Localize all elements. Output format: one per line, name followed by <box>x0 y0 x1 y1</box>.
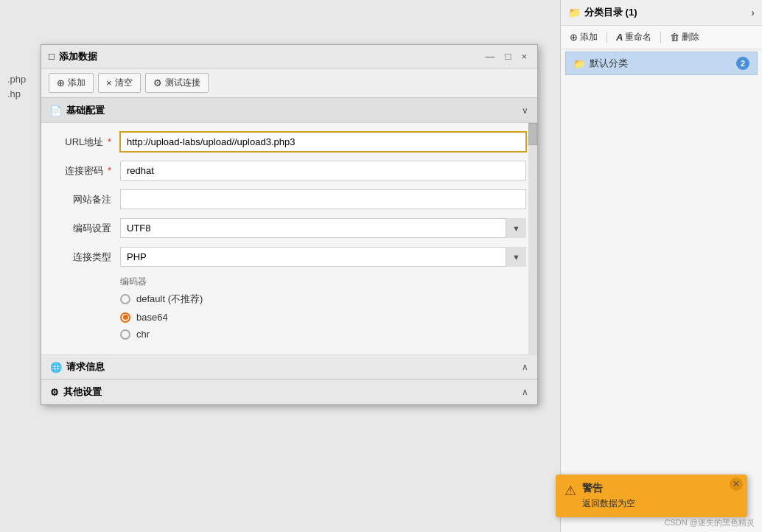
category-add-button[interactable]: ⊕ 添加 <box>567 29 601 45</box>
category-delete-label: 删除 <box>682 31 699 43</box>
request-info-chevron: ∧ <box>522 362 528 372</box>
warning-close-btn[interactable]: × <box>730 477 743 491</box>
category-rename-button[interactable]: A 重命名 <box>613 29 654 45</box>
bg-text-1: .php <box>7 74 26 85</box>
dialog-title-icon: □ <box>49 51 55 62</box>
category-name: 默认分类 <box>590 57 628 70</box>
right-panel: 📁 分类目录 (1) › ⊕ 添加 A 重命名 🗑 删除 📁 默认分类 2 <box>560 0 762 532</box>
password-row: 连接密码 * <box>52 161 526 181</box>
url-input[interactable] <box>120 132 526 152</box>
form-scroll-container: URL地址 * 连接密码 * <box>41 123 537 354</box>
warning-title: 警告 <box>582 482 635 495</box>
encoder-base64-label: base64 <box>136 312 168 323</box>
request-info-icon: 🌐 <box>50 362 62 373</box>
test-connection-btn[interactable]: ⚙ 测试连接 <box>145 73 209 93</box>
category-delete-icon: 🗑 <box>670 32 679 43</box>
password-input[interactable] <box>120 161 526 181</box>
right-panel-title-group: 📁 分类目录 (1) <box>568 6 637 19</box>
category-rename-icon: A <box>616 32 623 43</box>
dialog-title-left: □ 添加数据 <box>49 50 97 63</box>
basic-config-section-header[interactable]: 📄 基础配置 ∨ <box>41 98 537 123</box>
encoder-default-radio[interactable] <box>120 294 130 304</box>
encoder-base64-radio[interactable] <box>120 312 130 323</box>
encoder-section: 编码器 default (不推荐) base64 chr <box>120 276 526 340</box>
add-btn-icon: ⊕ <box>57 77 65 88</box>
warning-desc: 返回数据为空 <box>582 497 635 510</box>
url-row: URL地址 * <box>52 132 526 152</box>
dialog-toolbar: ⊕ 添加 × 清空 ⚙ 测试连接 <box>41 69 537 98</box>
other-settings-icon: ⚙ <box>50 387 59 398</box>
scrollbar[interactable] <box>528 123 537 354</box>
right-panel-header: 📁 分类目录 (1) › <box>561 0 762 26</box>
dialog-close-btn[interactable]: × <box>518 49 530 63</box>
bg-text-2: .hp <box>7 88 21 99</box>
conn-type-row: 连接类型 PHP ASP ASPX JSP ▼ <box>52 247 526 267</box>
category-delete-button[interactable]: 🗑 删除 <box>667 29 702 45</box>
conn-type-label: 连接类型 <box>52 251 111 264</box>
dialog-title-text: 添加数据 <box>59 50 97 63</box>
basic-config-label: 基础配置 <box>66 104 105 117</box>
note-input[interactable] <box>120 189 526 209</box>
encoding-row: 编码设置 UTF8 GBK GB2312 UTF-8 ▼ <box>52 218 526 238</box>
encoding-select[interactable]: UTF8 GBK GB2312 UTF-8 <box>120 218 526 238</box>
right-panel-toolbar: ⊕ 添加 A 重命名 🗑 删除 <box>561 26 762 49</box>
encoder-chr-label: chr <box>136 329 150 340</box>
category-folder-icon: 📁 <box>573 58 585 69</box>
category-add-label: 添加 <box>580 31 598 43</box>
add-btn-label: 添加 <box>68 77 85 89</box>
conn-type-select-wrapper: PHP ASP ASPX JSP ▼ <box>120 247 526 267</box>
scroll-thumb[interactable] <box>528 123 537 145</box>
request-info-header-left: 🌐 请求信息 <box>50 360 105 374</box>
dialog-win-controls: — □ × <box>483 49 530 63</box>
basic-config-icon: 📄 <box>50 105 62 116</box>
add-btn[interactable]: ⊕ 添加 <box>49 73 94 93</box>
other-settings-section-header[interactable]: ⚙ 其他设置 ∧ <box>41 379 537 405</box>
toolbar-separator-2 <box>660 32 661 43</box>
encoder-chr-row[interactable]: chr <box>120 329 526 340</box>
right-panel-title: 分类目录 (1) <box>584 6 637 19</box>
basic-config-header-left: 📄 基础配置 <box>50 104 105 117</box>
url-required-star: * <box>108 136 111 147</box>
note-row: 网站备注 <box>52 189 526 209</box>
request-info-section-header[interactable]: 🌐 请求信息 ∧ <box>41 354 537 379</box>
encoder-base64-row[interactable]: base64 <box>120 312 526 323</box>
encoder-label: 编码器 <box>120 276 526 288</box>
password-required-star: * <box>108 165 111 176</box>
encoding-label: 编码设置 <box>52 222 111 235</box>
basic-config-form: URL地址 * 连接密码 * <box>41 123 537 354</box>
add-data-dialog: □ 添加数据 — □ × ⊕ 添加 × 清空 ⚙ 测试连接 📄 基础配置 <box>41 44 538 405</box>
test-btn-label: 测试连接 <box>165 77 200 89</box>
folder-icon: 📁 <box>568 7 581 18</box>
clear-btn[interactable]: × 清空 <box>98 73 141 93</box>
encoding-select-wrapper: UTF8 GBK GB2312 UTF-8 ▼ <box>120 218 526 238</box>
clear-btn-icon: × <box>106 77 112 88</box>
encoder-chr-radio[interactable] <box>120 329 130 340</box>
encoder-default-label: default (不推荐) <box>136 293 203 306</box>
other-settings-label: 其他设置 <box>63 385 102 399</box>
clear-btn-label: 清空 <box>115 77 133 89</box>
dialog-minimize-btn[interactable]: — <box>483 49 498 63</box>
test-btn-icon: ⚙ <box>153 77 162 88</box>
watermark: CSDN @迷失的黑色精灵 <box>665 517 755 528</box>
warning-icon: ⚠ <box>564 483 576 499</box>
encoder-default-row[interactable]: default (不推荐) <box>120 293 526 306</box>
conn-type-select[interactable]: PHP ASP ASPX JSP <box>120 247 526 267</box>
request-info-label: 请求信息 <box>66 360 105 374</box>
dialog-content: 📄 基础配置 ∨ URL地址 * <box>41 98 537 405</box>
note-label: 网站备注 <box>52 193 111 206</box>
other-settings-header-left: ⚙ 其他设置 <box>50 385 102 399</box>
right-panel-expand-btn[interactable]: › <box>751 7 755 18</box>
password-label: 连接密码 * <box>52 164 111 178</box>
category-badge: 2 <box>736 57 749 70</box>
warning-toast: ⚠ 警告 返回数据为空 × <box>556 475 747 517</box>
category-item-left: 📁 默认分类 <box>573 57 628 70</box>
dialog-titlebar: □ 添加数据 — □ × <box>41 45 537 69</box>
category-add-icon: ⊕ <box>570 32 578 43</box>
url-label: URL地址 * <box>52 136 111 149</box>
dialog-restore-btn[interactable]: □ <box>503 49 514 63</box>
category-rename-label: 重命名 <box>625 31 651 43</box>
basic-config-chevron: ∨ <box>522 105 528 116</box>
toolbar-separator-1 <box>607 32 607 43</box>
category-item-default[interactable]: 📁 默认分类 2 <box>565 52 758 75</box>
other-settings-chevron: ∧ <box>522 387 528 397</box>
